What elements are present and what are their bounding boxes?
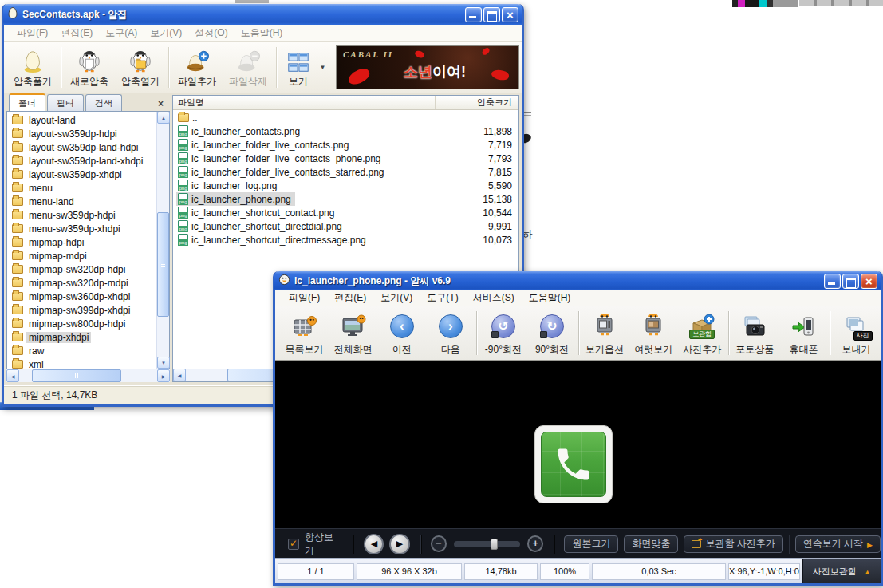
alzip-close-button[interactable] bbox=[502, 7, 518, 22]
alsee-toolbar-rotate-ccw-button[interactable]: ↺-90°회전 bbox=[479, 306, 527, 360]
zoom-in-button[interactable] bbox=[527, 535, 543, 552]
alzip-menu-item[interactable]: 도구(A) bbox=[99, 26, 144, 40]
file-row[interactable]: ic_launcher_contacts.png11,898 bbox=[173, 124, 518, 138]
always-view-checkbox[interactable] bbox=[288, 539, 299, 550]
sidebar-tab-검색[interactable]: 검색 bbox=[85, 94, 122, 111]
alsee-toolbar-multi-view-button[interactable]: 여럿보기 bbox=[629, 306, 678, 360]
folder-tree-item[interactable]: raw bbox=[7, 344, 169, 357]
sidebar-tab-필터[interactable]: 필터 bbox=[47, 94, 84, 111]
ad-banner[interactable]: CABAL II 소년이여! bbox=[336, 45, 519, 89]
image-viewer-canvas[interactable] bbox=[275, 361, 881, 528]
next-image-button[interactable] bbox=[389, 534, 409, 554]
folder-tree-vertical-scrollbar[interactable] bbox=[156, 112, 169, 369]
folder-icon bbox=[12, 156, 23, 165]
file-row[interactable]: .. bbox=[173, 111, 518, 124]
alsee-toolbar-list-view-button[interactable]: 목록보기 bbox=[280, 306, 329, 360]
scroll-up-icon[interactable] bbox=[157, 112, 170, 124]
folder-tree-item[interactable]: mipmap-sw800dp-hdpi bbox=[7, 317, 169, 330]
column-filename[interactable]: 파일명 bbox=[173, 96, 436, 109]
folder-tree-item[interactable]: mipmap-mdpi bbox=[7, 249, 169, 262]
alsee-toolbar-mobile-phone-button[interactable]: 휴대폰 bbox=[779, 306, 828, 360]
alzip-toolbar-add-file-button[interactable]: 파일추가 bbox=[171, 44, 223, 91]
file-row[interactable]: ic_launcher_log.png5,590 bbox=[173, 179, 518, 192]
alsee-toolbar-rotate-cw-button[interactable]: ↻90°회전 bbox=[527, 306, 576, 360]
file-row[interactable]: ic_launcher_phone.png15,138 bbox=[173, 192, 518, 206]
alzip-menu-item[interactable]: 파일(F) bbox=[10, 26, 54, 40]
file-row[interactable]: ic_launcher_shortcut_directdial.png9,991 bbox=[173, 219, 518, 233]
alzip-menu-item[interactable]: 도움말(H) bbox=[235, 26, 290, 40]
folder-tree-item[interactable]: layout-sw359dp-land-xhdpi bbox=[7, 154, 169, 168]
alzip-menu-item[interactable]: 편집(E) bbox=[54, 26, 99, 40]
scroll-left-icon[interactable] bbox=[173, 369, 186, 381]
zoom-slider[interactable] bbox=[454, 541, 520, 547]
alsee-minimize-button[interactable] bbox=[824, 274, 841, 289]
zoom-slider-thumb[interactable] bbox=[491, 539, 498, 550]
alsee-toolbar-view-options-button[interactable]: 보기옵션 bbox=[581, 306, 629, 360]
photo-archive-panel-button[interactable]: 사진보관함 bbox=[802, 559, 881, 583]
alzip-maximize-button[interactable] bbox=[483, 7, 500, 22]
folder-tree-item[interactable]: layout-sw359dp-xhdpi bbox=[7, 168, 169, 181]
dropdown-arrow-icon[interactable] bbox=[317, 44, 328, 91]
file-row[interactable]: ic_launcher_shortcut_contact.png10,544 bbox=[173, 206, 518, 219]
file-row[interactable]: ic_launcher_folder_live_contacts.png7,71… bbox=[173, 138, 518, 152]
zoom-out-button[interactable] bbox=[431, 535, 447, 552]
alsee-toolbar-add-photo-button[interactable]: 보관함사진추가 bbox=[678, 306, 727, 360]
alsee-menu-item[interactable]: 파일(F) bbox=[282, 291, 327, 305]
alzip-titlebar[interactable]: SecContacts.apk - 알집 bbox=[3, 4, 522, 25]
scrollbar-track[interactable] bbox=[19, 369, 157, 382]
alsee-titlebar[interactable]: ic_launcher_phone.png - 알씨 v6.9 bbox=[274, 271, 881, 290]
original-size-button[interactable]: 원본크기 bbox=[564, 535, 618, 553]
alsee-toolbar-photo-goods-button[interactable]: 포토상품 bbox=[731, 306, 779, 360]
fit-screen-button[interactable]: 화면맞춤 bbox=[624, 535, 678, 553]
scroll-right-icon[interactable] bbox=[157, 369, 170, 382]
alzip-toolbar-extract-button[interactable]: 압축풀기 bbox=[7, 44, 58, 91]
alzip-toolbar-view-button[interactable]: 보기 bbox=[279, 44, 317, 91]
file-row[interactable]: ic_launcher_folder_live_contacts_phone.p… bbox=[173, 152, 518, 165]
alsee-toolbar-fullscreen-button[interactable]: 전체화면 bbox=[329, 306, 377, 360]
alsee-toolbar-next-button[interactable]: ›다음 bbox=[426, 306, 475, 360]
folder-tree-horizontal-scrollbar[interactable] bbox=[6, 369, 170, 382]
alzip-menu-item[interactable]: 설정(O) bbox=[188, 26, 234, 40]
alsee-menu-item[interactable]: 도움말(H) bbox=[522, 291, 578, 305]
scroll-left-icon[interactable] bbox=[6, 369, 19, 382]
alsee-maximize-button[interactable] bbox=[842, 274, 859, 289]
scrollbar-thumb[interactable] bbox=[32, 369, 121, 382]
scrollbar-track[interactable] bbox=[157, 124, 169, 357]
folder-tree-item[interactable]: mipmap-sw320dp-mdpi bbox=[7, 276, 169, 290]
file-row[interactable]: ic_launcher_shortcut_directmessage.png10… bbox=[173, 233, 518, 247]
folder-tree-item[interactable]: menu bbox=[7, 181, 169, 195]
file-row[interactable]: ic_launcher_folder_live_contacts_starred… bbox=[173, 165, 518, 179]
alsee-menu-item[interactable]: 보기(V) bbox=[373, 291, 420, 305]
add-archive-photo-button[interactable]: 보관함 사진추가 bbox=[684, 535, 782, 553]
folder-tree-item[interactable]: mipmap-xhdpi bbox=[7, 330, 169, 344]
folder-tree-item[interactable]: menu-land bbox=[7, 195, 169, 208]
folder-tree-item[interactable]: menu-sw359dp-xhdpi bbox=[7, 222, 169, 235]
folder-tree-item[interactable]: mipmap-sw399dp-xhdpi bbox=[7, 303, 169, 317]
alsee-toolbar-prev-button[interactable]: ‹이전 bbox=[377, 306, 426, 360]
folder-tree-item[interactable]: mipmap-sw320dp-hdpi bbox=[7, 262, 169, 276]
previous-image-button[interactable] bbox=[364, 534, 384, 554]
alzip-toolbar-new-archive-button[interactable]: 새로압축 bbox=[64, 44, 115, 91]
sidebar-close-icon[interactable] bbox=[155, 98, 167, 111]
sidebar-tab-폴더[interactable]: 폴더 bbox=[9, 93, 45, 111]
folder-tree-item[interactable]: layout-sw359dp-hdpi bbox=[7, 127, 169, 140]
alzip-minimize-button[interactable] bbox=[465, 7, 482, 22]
file-list-header[interactable]: 파일명 압축크기 bbox=[173, 96, 518, 110]
alsee-close-button[interactable] bbox=[861, 274, 877, 289]
folder-tree-item[interactable]: menu-sw359dp-hdpi bbox=[7, 208, 169, 222]
folder-tree-item[interactable]: layout-sw359dp-land-hdpi bbox=[7, 140, 169, 154]
alsee-toolbar-send-button[interactable]: 사진보내기 bbox=[832, 306, 881, 360]
folder-tree-item[interactable]: xml bbox=[7, 357, 169, 369]
slideshow-start-button[interactable]: 연속보기 시작 bbox=[795, 535, 881, 553]
alzip-toolbar-open-archive-button[interactable]: 압축열기 bbox=[115, 44, 166, 91]
scrollbar-thumb[interactable] bbox=[157, 212, 169, 317]
folder-tree-item[interactable]: mipmap-sw360dp-xhdpi bbox=[7, 290, 169, 303]
folder-tree-item[interactable]: layout-land bbox=[7, 113, 169, 127]
folder-tree-item[interactable]: mipmap-hdpi bbox=[7, 235, 169, 249]
alsee-menu-item[interactable]: 서비스(S) bbox=[466, 291, 522, 305]
scroll-down-icon[interactable] bbox=[157, 357, 170, 369]
column-compressed-size[interactable]: 압축크기 bbox=[436, 96, 518, 109]
alzip-menu-item[interactable]: 보기(V) bbox=[144, 26, 188, 40]
alsee-menu-item[interactable]: 도구(T) bbox=[420, 291, 465, 305]
alsee-menu-item[interactable]: 편집(E) bbox=[327, 291, 373, 305]
